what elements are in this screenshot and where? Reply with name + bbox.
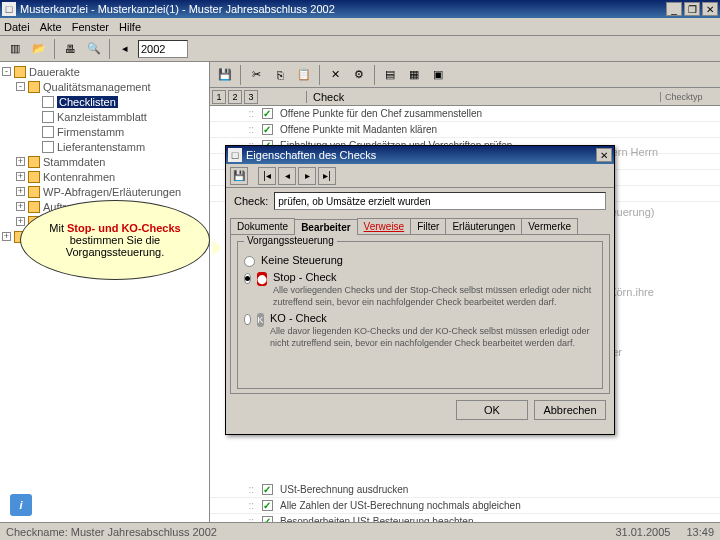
radio-icon[interactable] — [244, 273, 251, 284]
folder-tree[interactable]: -Dauerakte-QualitätsmanagementCheckliste… — [0, 62, 210, 522]
folder-icon — [28, 81, 40, 93]
tree-item[interactable]: -Dauerakte — [2, 64, 207, 79]
tree-item[interactable]: Firmenstamm — [2, 124, 207, 139]
ct-view1-icon[interactable]: ▤ — [379, 64, 401, 86]
check-box-icon[interactable] — [262, 124, 273, 135]
tab-dokumente[interactable]: Dokumente — [230, 218, 295, 234]
tree-item-label: Dauerakte — [29, 66, 80, 78]
main-titlebar: □ Musterkanzlei - Musterkanzlei(1) - Mus… — [0, 0, 720, 18]
tree-item-label: Checklisten — [57, 96, 118, 108]
menu-bar: Datei Akte Fenster Hilfe — [0, 18, 720, 36]
maximize-button[interactable]: ❐ — [684, 2, 700, 16]
tree-item[interactable]: Checklisten — [2, 94, 207, 109]
cancel-button[interactable]: Abbrechen — [534, 400, 606, 420]
ct-view2-icon[interactable]: ▦ — [403, 64, 425, 86]
close-button[interactable]: ✕ — [702, 2, 718, 16]
radio-option[interactable]: KKO - CheckAlle davor liegenden KO-Check… — [244, 312, 596, 349]
callout-bubble: Mit Stop- und KO-Checks bestimmen Sie di… — [20, 200, 210, 280]
tree-item-label: Firmenstamm — [57, 126, 124, 138]
tree-item[interactable]: -Qualitätsmanagement — [2, 79, 207, 94]
ct-view3-icon[interactable]: ▣ — [427, 64, 449, 86]
ct-paste-icon[interactable]: 📋 — [293, 64, 315, 86]
radio-icon[interactable] — [244, 314, 251, 325]
radio-desc: Alle vorliegenden Checks und der Stop-Ch… — [273, 285, 591, 307]
radio-title: Stop - Check — [273, 271, 337, 283]
col-checktyp[interactable]: Checktyp — [660, 92, 720, 102]
radio-title: KO - Check — [270, 312, 327, 324]
check-row[interactable]: ::Alle Zahlen der USt-Berechnung nochmal… — [210, 498, 720, 514]
check-list-header: 1 2 3 Check Checktyp — [210, 88, 720, 106]
tree-item[interactable]: Lieferantenstamm — [2, 139, 207, 154]
htab-1[interactable]: 1 — [212, 90, 226, 104]
check-row[interactable]: ::USt-Berechnung ausdrucken — [210, 482, 720, 498]
folder-icon — [28, 186, 40, 198]
nav-first-icon[interactable]: |◂ — [258, 167, 276, 185]
tab-vermerke[interactable]: Vermerke — [521, 218, 578, 234]
tool-preview-icon[interactable]: 🔍 — [83, 38, 105, 60]
minimize-button[interactable]: _ — [666, 2, 682, 16]
check-box-icon[interactable] — [262, 484, 273, 495]
stop-icon: ⬤ — [257, 272, 267, 286]
ct-props-icon[interactable]: ⚙ — [348, 64, 370, 86]
status-date: 31.01.2005 — [615, 526, 670, 538]
ct-cut-icon[interactable]: ✂ — [245, 64, 267, 86]
nav-next-icon[interactable]: ▸ — [298, 167, 316, 185]
year-input[interactable] — [138, 40, 188, 58]
nav-prev-icon[interactable]: ◂ — [278, 167, 296, 185]
col-check[interactable]: Check — [306, 91, 660, 103]
tab-erlaeuterungen[interactable]: Erläuterungen — [445, 218, 522, 234]
tree-item[interactable]: +Kontenrahmen — [2, 169, 207, 184]
ko-icon: K — [257, 313, 264, 327]
ct-save-icon[interactable]: 💾 — [214, 64, 236, 86]
ct-copy-icon[interactable]: ⎘ — [269, 64, 291, 86]
status-bar: Checkname: Muster Jahresabschluss 2002 3… — [0, 522, 720, 540]
radio-icon[interactable] — [244, 256, 255, 267]
radio-option[interactable]: Keine Steuerung — [244, 254, 596, 267]
nav-last-icon[interactable]: ▸| — [318, 167, 336, 185]
status-time: 13:49 — [686, 526, 714, 538]
tree-item-label: Lieferantenstamm — [57, 141, 145, 153]
info-icon[interactable]: i — [10, 494, 32, 516]
menu-fenster[interactable]: Fenster — [72, 21, 109, 33]
check-text: Alle Zahlen der USt-Berechnung nochmals … — [276, 500, 720, 511]
tree-item-label: WP-Abfragen/Erläuterungen — [43, 186, 181, 198]
menu-hilfe[interactable]: Hilfe — [119, 21, 141, 33]
app-icon: □ — [2, 2, 16, 16]
tool-year-prev-icon[interactable]: ◂ — [114, 38, 136, 60]
check-field-input[interactable] — [274, 192, 606, 210]
tree-item[interactable]: Kanzleistammblatt — [2, 109, 207, 124]
properties-dialog: □ Eigenschaften des Checks ✕ 💾 |◂ ◂ ▸ ▸|… — [225, 145, 615, 435]
tree-item[interactable]: +WP-Abfragen/Erläuterungen — [2, 184, 207, 199]
check-box-icon[interactable] — [262, 500, 273, 511]
tree-item-label: Kanzleistammblatt — [57, 111, 147, 123]
tab-filter[interactable]: Filter — [410, 218, 446, 234]
dialog-close-button[interactable]: ✕ — [596, 148, 612, 162]
tab-verweise[interactable]: Verweise — [357, 218, 412, 234]
doc-icon — [42, 111, 54, 123]
tab-bearbeiter[interactable]: Bearbeiter — [294, 219, 357, 235]
check-row[interactable]: ::Offene Punkte mit Madanten klären — [210, 122, 720, 138]
check-row[interactable]: ::Offene Punkte für den Chef zusammenste… — [210, 106, 720, 122]
tree-item[interactable]: +Stammdaten — [2, 154, 207, 169]
ct-delete-icon[interactable]: ✕ — [324, 64, 346, 86]
tree-item-label: Stammdaten — [43, 156, 105, 168]
ok-button[interactable]: OK — [456, 400, 528, 420]
tool-print-icon[interactable]: 🖶 — [59, 38, 81, 60]
htab-3[interactable]: 3 — [244, 90, 258, 104]
tool-new-icon[interactable]: ▥ — [4, 38, 26, 60]
dialog-save-icon[interactable]: 💾 — [230, 167, 248, 185]
check-box-icon[interactable] — [262, 108, 273, 119]
doc-icon — [42, 126, 54, 138]
status-text: Checkname: Muster Jahresabschluss 2002 — [6, 526, 217, 538]
dialog-icon: □ — [228, 148, 242, 162]
menu-akte[interactable]: Akte — [40, 21, 62, 33]
menu-datei[interactable]: Datei — [4, 21, 30, 33]
folder-icon — [14, 66, 26, 78]
radio-title: Keine Steuerung — [261, 254, 343, 266]
check-text: Offene Punkte für den Chef zusammenstell… — [276, 108, 720, 119]
doc-icon — [42, 141, 54, 153]
radio-option[interactable]: ⬤Stop - CheckAlle vorliegenden Checks un… — [244, 271, 596, 308]
tree-item-label: Qualitätsmanagement — [43, 81, 151, 93]
htab-2[interactable]: 2 — [228, 90, 242, 104]
tool-open-icon[interactable]: 📂 — [28, 38, 50, 60]
